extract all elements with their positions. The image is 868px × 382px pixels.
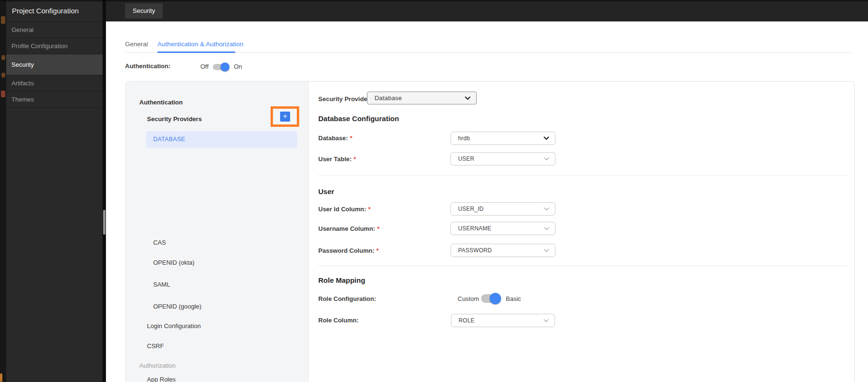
user-id-label-text: User Id Column: <box>318 206 366 213</box>
project-configuration-sidebar: Project Configuration General Profile Co… <box>6 0 103 382</box>
role-mapping-heading: Role Mapping <box>318 276 365 284</box>
chevron-down-icon <box>544 319 549 322</box>
rail-icon <box>1 16 5 24</box>
role-configuration-toggle[interactable] <box>481 294 500 303</box>
role-config-custom-label: Custom <box>458 295 479 302</box>
database-value: hrdb <box>458 135 544 142</box>
section-divider <box>318 175 848 176</box>
toggle-knob <box>220 62 230 72</box>
user-id-column-value: USER_ID <box>458 206 544 212</box>
rail-icon <box>0 373 2 382</box>
security-providers-label: Security Providers <box>147 115 202 123</box>
section-divider <box>318 266 848 266</box>
chevron-down-icon <box>544 227 549 230</box>
chevron-down-icon <box>544 249 549 252</box>
tab-authentication-authorization[interactable]: Authentication & Authorization <box>157 41 243 48</box>
password-label-text: Password Column: <box>318 247 375 254</box>
rail-icon <box>1 55 5 60</box>
sidebar-item-general[interactable]: General <box>6 22 103 38</box>
nav-section-authentication: Authentication <box>139 99 183 106</box>
username-column-value: USERNAME <box>458 225 544 232</box>
password-column-value: PASSWORD <box>458 247 544 254</box>
role-configuration-label: Role Configuration: <box>318 295 376 302</box>
page-tab-security[interactable]: Security <box>125 3 163 19</box>
sidebar-scrollbar-track <box>103 0 106 382</box>
database-label: Database:* <box>318 134 352 142</box>
role-config-basic-label: Basic <box>506 295 521 302</box>
nav-item-openid-okta[interactable]: OPENID (okta) <box>153 259 195 266</box>
required-asterisk: * <box>377 225 379 232</box>
user-table-value: USER <box>458 155 544 162</box>
sidebar-item-themes[interactable]: Themes <box>6 92 103 108</box>
database-label-text: Database: <box>318 134 348 142</box>
username-column-label: Username Column:* <box>318 225 379 232</box>
username-label-text: Username Column: <box>318 225 375 232</box>
sidebar-item-artifacts[interactable]: Artifacts <box>6 75 103 92</box>
password-column-select[interactable]: PASSWORD <box>450 244 555 257</box>
chevron-down-icon <box>544 157 549 161</box>
authentication-off-label: Off <box>200 63 209 70</box>
required-asterisk: * <box>350 134 352 142</box>
main-content: General Authentication & Authorization A… <box>106 21 868 382</box>
nav-item-database-selected[interactable]: DATABASE <box>146 131 297 148</box>
annotation-highlight: + <box>271 106 299 127</box>
required-asterisk: * <box>368 206 370 213</box>
authentication-label: Authentication: <box>125 62 170 70</box>
add-provider-button[interactable]: + <box>280 112 290 122</box>
role-column-select[interactable]: ROLE <box>451 314 555 327</box>
role-column-value: ROLE <box>459 317 544 324</box>
plus-icon: + <box>283 112 288 121</box>
username-column-select[interactable]: USERNAME <box>450 222 555 235</box>
topbar: Security <box>106 0 868 21</box>
user-table-label: User Table:* <box>318 155 356 163</box>
user-id-column-label: User Id Column:* <box>318 206 370 213</box>
tab-general[interactable]: General <box>125 41 148 48</box>
nav-item-openid-google[interactable]: OPENID (google) <box>153 303 201 310</box>
sidebar-title: Project Configuration <box>6 0 103 22</box>
security-provider-label: Security Provider <box>318 95 370 103</box>
user-id-column-select[interactable]: USER_ID <box>450 202 555 216</box>
chevron-down-icon <box>544 207 549 211</box>
nav-item-cas[interactable]: CAS <box>153 239 166 246</box>
active-tab-underline <box>157 52 235 53</box>
authentication-toggle[interactable] <box>213 64 229 70</box>
window-top-edge <box>0 0 868 1</box>
nav-item-saml[interactable]: SAML <box>153 281 170 288</box>
security-provider-value: Database <box>375 94 465 102</box>
icon-rail <box>0 0 6 382</box>
nav-item-login-configuration[interactable]: Login Configuration <box>147 322 201 330</box>
nav-section-authorization: Authorization <box>139 362 176 369</box>
user-table-label-text: User Table: <box>318 155 352 163</box>
security-settings-card: Authentication Security Providers + DATA… <box>125 81 855 382</box>
nav-item-csrf[interactable]: CSRF <box>147 342 164 350</box>
user-heading: User <box>318 187 334 196</box>
required-asterisk: * <box>376 247 379 254</box>
user-table-select[interactable]: USER <box>450 152 555 165</box>
toggle-knob <box>490 293 501 304</box>
chevron-down-icon <box>544 136 549 140</box>
provider-config-panel: Security Provider Database Database Conf… <box>309 82 854 382</box>
authentication-on-label: On <box>234 63 242 70</box>
rail-icon <box>1 91 5 97</box>
auth-nav-panel: Authentication Security Providers + DATA… <box>126 82 309 382</box>
sidebar-item-security[interactable]: Security <box>6 54 103 75</box>
security-provider-select[interactable]: Database <box>367 92 477 104</box>
rail-icon <box>1 72 5 78</box>
chevron-down-icon <box>465 96 471 100</box>
role-column-label: Role Column: <box>318 317 359 324</box>
sidebar-scrollbar-thumb[interactable] <box>103 210 105 235</box>
required-asterisk: * <box>354 155 356 163</box>
sidebar-item-profile-configuration[interactable]: Profile Configuration <box>6 38 103 54</box>
database-select[interactable]: hrdb <box>450 132 555 145</box>
nav-item-app-roles[interactable]: App Roles <box>147 376 176 382</box>
password-column-label: Password Column:* <box>318 247 379 254</box>
database-configuration-heading: Database Configuration <box>318 114 399 123</box>
